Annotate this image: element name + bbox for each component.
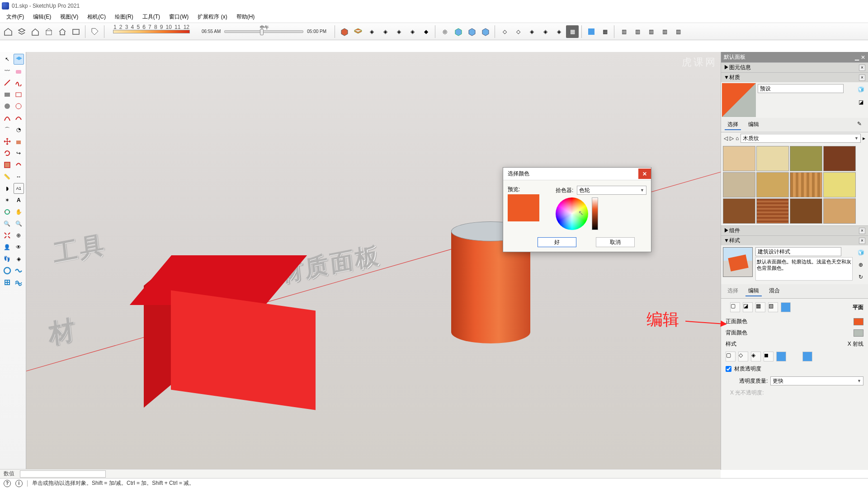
arc3-icon[interactable]: ⌒ [2,124,13,135]
picker-mode-select[interactable]: 色轮▼ [577,186,646,195]
cube-blue3-icon[interactable] [479,25,492,38]
style-thumb[interactable] [723,247,753,277]
home-icon[interactable]: ⌂ [736,135,739,141]
arc2-icon[interactable] [14,113,24,123]
back-color-swatch[interactable] [854,329,863,337]
default-material-icon[interactable]: ◪ [855,97,866,108]
current-material-swatch[interactable] [722,83,756,117]
arc-icon[interactable] [2,113,13,123]
close-icon[interactable]: ✕ [638,169,651,179]
menu-view[interactable]: 视图(V) [56,12,83,22]
material-thumb[interactable] [756,198,789,224]
material-thumb[interactable] [756,146,789,171]
new-style-icon[interactable]: ⊕ [855,259,866,270]
tab-edit[interactable]: 编辑 [745,120,762,130]
menu-tools[interactable]: 工具(T) [138,12,165,22]
face-style-4-icon[interactable]: ◼ [764,352,774,361]
freehand-icon[interactable] [14,77,24,88]
face-style-3-icon[interactable]: ◈ [751,352,761,361]
menu-draw[interactable]: 绘图(R) [110,12,138,22]
scene5-icon[interactable]: ▥ [672,25,684,38]
face-settings-icon[interactable]: ◪ [743,302,753,312]
iso2-icon[interactable]: ◈ [379,25,392,38]
polygon-icon[interactable] [14,101,24,112]
tape-icon[interactable]: 📏 [2,171,13,182]
house2-icon[interactable] [42,25,55,38]
paint-tool-icon[interactable] [14,54,24,65]
bg-settings-icon[interactable]: ▦ [755,302,765,312]
layers-icon[interactable] [15,25,28,38]
style-tab-edit[interactable]: 编辑 [745,286,762,296]
material-thumb[interactable] [723,172,755,197]
style-tab-select[interactable]: 选择 [725,286,741,296]
pan-icon[interactable]: ✋ [14,206,24,217]
section-icon[interactable]: ◎ [439,25,451,38]
move-icon[interactable] [2,136,13,147]
material-trans-check[interactable] [726,366,731,372]
pie-icon[interactable]: ◔ [14,124,24,135]
material-thumb[interactable] [823,172,856,197]
section2-icon[interactable]: ◈ [14,253,24,264]
face2-icon[interactable]: ▦ [599,25,611,38]
front-color-swatch[interactable] [854,318,863,325]
material-panel-header[interactable]: ▼材质× [721,72,868,82]
dim-icon[interactable]: ↔ [14,171,24,182]
rotate-icon[interactable] [2,148,13,159]
create-material-icon[interactable]: 🧊 [855,84,866,95]
cancel-button[interactable]: 取消 [596,237,635,247]
zoomext-icon[interactable] [2,230,13,241]
style-tab-mix[interactable]: 混合 [766,286,783,296]
viewport[interactable]: 工具 材 材质面板 材质创建 虎课网 [26,52,721,470]
back-icon[interactable]: ◁ [724,135,728,141]
xray-icon[interactable] [802,352,812,361]
prev-icon[interactable]: ⊕ [14,230,24,241]
measure-field[interactable] [20,470,106,478]
help-icon[interactable]: ? [4,480,11,487]
menu-edit[interactable]: 编辑(E) [28,12,56,22]
menu-ext[interactable]: 扩展程序 (x) [193,12,231,22]
eraser-icon[interactable] [14,66,24,76]
scale-icon[interactable] [2,160,13,170]
rotrect-icon[interactable] [14,89,24,100]
iso1-icon[interactable]: ◈ [365,25,378,38]
material-name-field[interactable]: 预设 [758,84,844,93]
rect-icon[interactable] [2,89,13,100]
menu-icon[interactable]: ▸ [863,135,865,141]
edge-settings-icon[interactable]: ▢ [730,302,740,312]
watermark-settings-icon[interactable]: ▧ [768,302,778,312]
line-icon[interactable] [2,77,13,88]
material-thumb[interactable] [823,198,856,224]
color-wheel[interactable]: ↖ [556,197,588,230]
style-name-field[interactable]: 建筑设计样式 [755,247,841,256]
ext2-icon[interactable] [14,265,24,276]
position-icon[interactable]: 👤 [2,242,13,253]
box-icon[interactable] [70,25,82,38]
date-scale[interactable]: 123456789101112 [108,30,195,33]
tag-icon[interactable] [89,25,101,38]
followme-icon[interactable]: ↪ [14,148,24,159]
scene1-icon[interactable]: ▥ [618,25,630,38]
material-thumb[interactable] [790,172,822,197]
lasso-icon[interactable]: 〰 [2,66,13,76]
menu-camera[interactable]: 相机(C) [83,12,110,22]
trans-quality-select[interactable]: 更快▼ [770,376,863,385]
offset-icon[interactable] [14,160,24,170]
orbit-icon[interactable] [2,206,13,217]
ext1-icon[interactable] [2,265,13,276]
face-style-5-icon[interactable] [776,352,786,361]
solid-cube-icon[interactable] [338,25,351,38]
material-thumb[interactable] [756,172,789,197]
scene2-icon[interactable]: ▥ [631,25,644,38]
wire1-icon[interactable]: ◇ [498,25,511,38]
iso3-icon[interactable]: ◈ [392,25,405,38]
info-icon[interactable]: i [15,480,23,487]
house-icon[interactable] [29,25,42,38]
3dtext-icon[interactable]: A [14,195,24,206]
tab-select[interactable]: 选择 [725,120,741,130]
menu-help[interactable]: 帮助(H) [232,12,259,22]
cube-blue2-icon[interactable] [466,25,478,38]
menu-window[interactable]: 窗口(W) [165,12,193,22]
component-panel-header[interactable]: ▶组件× [721,225,868,235]
iso4-icon[interactable]: ◈ [406,25,419,38]
iso5-icon[interactable]: ◆ [420,25,432,38]
